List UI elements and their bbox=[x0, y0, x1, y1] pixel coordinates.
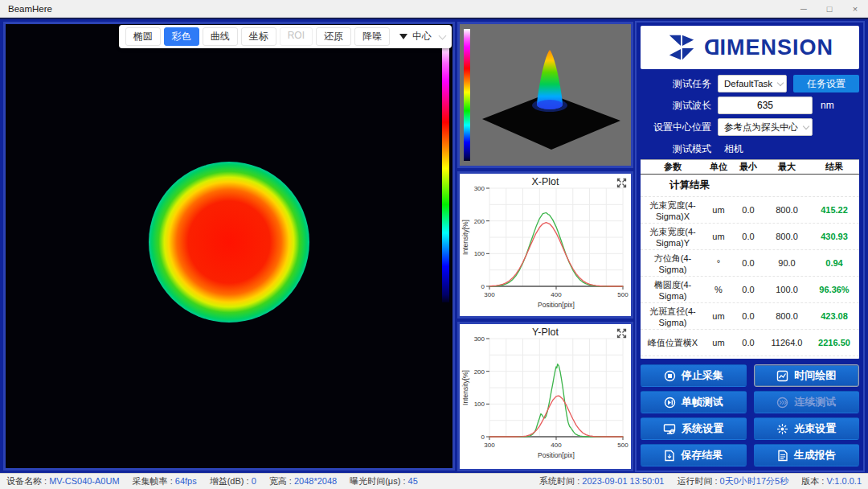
maximize-icon[interactable]: □ bbox=[817, 0, 842, 17]
ellipse-button[interactable]: 椭圆 bbox=[125, 27, 161, 46]
x-plot-panel: X-Plot 0100200300300400500Intensity[%]Po… bbox=[457, 171, 633, 318]
save-results-button[interactable]: 保存结果 bbox=[641, 444, 747, 466]
minimize-icon[interactable]: ─ bbox=[791, 0, 817, 17]
close-icon[interactable]: × bbox=[842, 0, 868, 17]
svg-text:300: 300 bbox=[484, 442, 495, 449]
cell-unit: um bbox=[705, 205, 732, 215]
cell-param: 光束宽度(4-Sigma)X bbox=[641, 199, 705, 221]
cell-min: 0.0 bbox=[732, 285, 764, 294]
beam-spot bbox=[149, 162, 309, 323]
curve-button[interactable]: 曲线 bbox=[203, 27, 238, 46]
svg-text:500: 500 bbox=[617, 442, 628, 449]
color-button[interactable]: 彩色 bbox=[164, 27, 199, 46]
denoise-button[interactable]: 降噪 bbox=[354, 27, 390, 46]
x-plot-chart: 0100200300300400500Intensity[%]Position[… bbox=[461, 175, 631, 315]
status-value: MV-CS040-A0UM bbox=[49, 476, 119, 486]
chevron-down-icon[interactable] bbox=[439, 31, 447, 39]
status-item: 设备名称 : MV-CS040-A0UM bbox=[6, 475, 120, 487]
cell-min: 0.0 bbox=[732, 338, 764, 347]
svg-text:100: 100 bbox=[474, 250, 485, 257]
status-item: 采集帧率 : 64fps bbox=[133, 475, 197, 487]
cell-result: 0.94 bbox=[809, 258, 859, 268]
action-button-label: 保存结果 bbox=[681, 448, 723, 462]
status-label: 版本 : bbox=[801, 476, 826, 486]
beam-settings-button[interactable]: 光束设置 bbox=[754, 417, 860, 440]
task-settings-button[interactable]: 任务设置 bbox=[793, 75, 859, 92]
time-plot-button[interactable]: 时间绘图 bbox=[754, 364, 860, 387]
test-mode-value: 相机 bbox=[718, 142, 743, 156]
svg-text:300: 300 bbox=[484, 291, 495, 298]
cell-unit: % bbox=[705, 285, 732, 294]
generate-report-button[interactable]: 生成报告 bbox=[754, 444, 860, 466]
stop-collect-button[interactable]: 停止采集 bbox=[641, 364, 747, 387]
title-bar: BeamHere ─ □ × bbox=[0, 0, 868, 18]
beam-view-toolbar: 椭圆彩色曲线坐标ROI还原降噪 中心 bbox=[119, 25, 452, 48]
cell-param: 光束宽度(4-Sigma)Y bbox=[641, 226, 705, 248]
cell-unit: ° bbox=[705, 258, 732, 268]
restore-button[interactable]: 还原 bbox=[316, 27, 351, 46]
svg-text:Intensity[%]: Intensity[%] bbox=[461, 220, 469, 255]
status-value: 2023-09-01 13:50:01 bbox=[582, 476, 664, 486]
results-section-title: 计算结果 bbox=[641, 175, 859, 197]
beam-3d-panel[interactable] bbox=[457, 22, 633, 168]
svg-text:Intensity[%]: Intensity[%] bbox=[461, 370, 469, 405]
action-button-label: 系统设置 bbox=[682, 421, 723, 436]
beam-3d-surface bbox=[468, 24, 633, 164]
main-area: 椭圆彩色曲线坐标ROI还原降噪 中心 X-Plot bbox=[0, 18, 868, 473]
dropdown-triangle-icon[interactable] bbox=[399, 34, 407, 39]
beamset-icon bbox=[776, 423, 788, 435]
wavelength-label: 测试波长 bbox=[641, 99, 718, 113]
results-table: 参数单位 最小最大 结果 计算结果 光束宽度(4-Sigma)Xum0.0800… bbox=[641, 159, 859, 359]
status-value: 0 bbox=[252, 476, 256, 486]
status-label: 采集帧率 : bbox=[133, 476, 175, 486]
status-item: 增益(dB) : 0 bbox=[210, 475, 256, 487]
status-label: 增益(dB) : bbox=[210, 476, 252, 486]
y-plot-panel: Y-Plot 0100200300300400500Intensity[%]Po… bbox=[457, 322, 633, 471]
status-item: 版本 : V:1.0.0.1 bbox=[801, 475, 862, 487]
status-label: 设备名称 : bbox=[6, 476, 49, 486]
cell-max: 800.0 bbox=[764, 311, 809, 321]
cell-param: 峰值位置横X bbox=[641, 337, 705, 349]
continuous-icon bbox=[776, 397, 788, 409]
table-row: 方位角(4-Sigma)°0.090.00.94 bbox=[641, 250, 859, 277]
status-bar: 设备名称 : MV-CS040-A0UM采集帧率 : 64fps增益(dB) :… bbox=[0, 473, 868, 489]
svg-text:400: 400 bbox=[551, 442, 562, 449]
coords-button[interactable]: 坐标 bbox=[241, 27, 276, 46]
svg-text:Position[pix]: Position[pix] bbox=[538, 301, 575, 309]
task-label: 测试任务 bbox=[641, 77, 718, 91]
beam-image-panel[interactable]: 椭圆彩色曲线坐标ROI还原降噪 中心 bbox=[3, 22, 455, 471]
center-position-select[interactable]: 参考点为探头中心 bbox=[718, 118, 813, 136]
status-label: 运行时间 : bbox=[677, 476, 719, 486]
brand-logo: DIMENSION bbox=[641, 26, 859, 69]
cell-unit: um bbox=[705, 232, 732, 241]
singleframe-icon bbox=[664, 397, 676, 409]
single-frame-button[interactable]: 单帧测试 bbox=[641, 391, 747, 413]
svg-text:Position[pix]: Position[pix] bbox=[538, 451, 575, 459]
status-label: 曝光时间(μs) : bbox=[350, 476, 407, 486]
status-item: 运行时间 : 0天0小时17分5秒 bbox=[677, 475, 788, 487]
status-value: 45 bbox=[408, 476, 418, 486]
system-settings-button[interactable]: 系统设置 bbox=[641, 417, 747, 440]
svg-text:0: 0 bbox=[481, 434, 485, 441]
cell-unit: um bbox=[705, 338, 732, 347]
status-value: 64fps bbox=[175, 476, 197, 486]
cell-max: 100.0 bbox=[764, 285, 809, 294]
status-item: 系统时间 : 2023-09-01 13:50:01 bbox=[539, 475, 664, 487]
chevron-down-icon bbox=[777, 79, 784, 85]
status-value: V:1.0.0.1 bbox=[826, 476, 862, 486]
svg-text:200: 200 bbox=[474, 368, 485, 376]
report-icon bbox=[777, 450, 788, 462]
cell-unit: um bbox=[705, 311, 732, 321]
status-item: 曝光时间(μs) : 45 bbox=[350, 475, 418, 487]
cell-min: 0.0 bbox=[732, 205, 764, 215]
cell-min: 0.0 bbox=[732, 311, 764, 321]
wavelength-input[interactable] bbox=[718, 97, 813, 114]
test-mode-label: 测试模式 bbox=[641, 142, 718, 156]
task-select[interactable]: DefaultTask bbox=[718, 75, 787, 92]
status-value: 2048*2048 bbox=[294, 476, 337, 486]
roi-button: ROI bbox=[280, 27, 313, 46]
table-row: 光束宽度(4-Sigma)Xum0.0800.0415.22 bbox=[641, 197, 859, 224]
center-mode-label[interactable]: 中心 bbox=[412, 30, 432, 43]
svg-text:400: 400 bbox=[551, 291, 562, 298]
continuous-test-button: 连续测试 bbox=[754, 391, 860, 413]
